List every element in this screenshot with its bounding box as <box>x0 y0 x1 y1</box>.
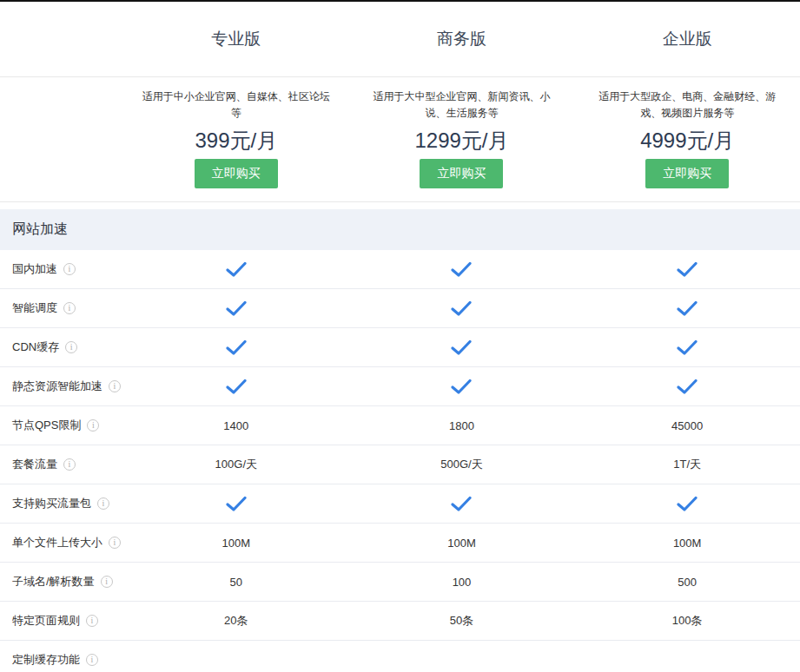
feature-value: 1T/天 <box>574 457 800 472</box>
feature-value: 100M <box>574 537 800 550</box>
info-icon[interactable]: i <box>87 419 99 432</box>
info-icon[interactable]: i <box>63 263 76 275</box>
feature-value <box>123 300 349 317</box>
feature-value <box>349 300 575 317</box>
feature-label: 特定页面规则 <box>12 613 80 629</box>
feature-value <box>574 379 800 395</box>
feature-label-cell: 节点QPS限制 i <box>0 418 123 433</box>
feature-value <box>123 339 349 356</box>
feature-label: 子域名/解析数量 <box>12 574 95 590</box>
feature-value <box>574 496 800 512</box>
plan-description: 适用于中小企业官网、自媒体、社区论坛等 <box>139 89 334 122</box>
section-header-website-acceleration: 网站加速 <box>0 209 800 250</box>
info-icon[interactable]: i <box>86 654 98 666</box>
check-icon <box>226 300 247 317</box>
feature-table: 国内加速 i 智能调度 i <box>0 250 800 672</box>
feature-label-cell: 国内加速 i <box>0 261 123 277</box>
feature-value: 50条 <box>349 613 575 629</box>
feature-row-domestic-acceleration: 国内加速 i <box>0 250 800 289</box>
plan-name-business: 商务版 <box>349 28 575 50</box>
check-icon <box>677 379 698 395</box>
feature-label: 静态资源智能加速 <box>12 379 102 394</box>
info-icon[interactable]: i <box>63 458 76 471</box>
feature-value: 20条 <box>123 613 349 629</box>
feature-label: 套餐流量 <box>12 457 57 472</box>
feature-value: 100M <box>349 537 575 550</box>
feature-value <box>123 496 349 512</box>
feature-label: 单个文件上传大小 <box>12 535 102 550</box>
feature-row-specific-page-rules: 特定页面规则 i 20条 50条 100条 <box>0 602 800 641</box>
plan-offer-business: 适用于大中型企业官网、新闻资讯、小说、生活服务等 1299元/月 立即购买 <box>349 77 575 201</box>
feature-row-smart-scheduling: 智能调度 i <box>0 289 800 328</box>
feature-value: 100G/天 <box>123 457 349 472</box>
feature-row-buy-traffic-pack: 支持购买流量包 i <box>0 484 800 524</box>
feature-row-cdn-cache: CDN缓存 i <box>0 328 800 367</box>
buy-now-button-professional[interactable]: 立即购买 <box>195 159 278 188</box>
feature-label: 定制缓存功能 <box>12 652 80 668</box>
plan-offer-professional: 适用于中小企业官网、自媒体、社区论坛等 399元/月 立即购买 <box>123 77 349 201</box>
feature-row-custom-cache: 定制缓存功能 i <box>0 641 800 672</box>
check-icon <box>226 496 247 512</box>
check-icon <box>451 339 472 356</box>
feature-label: CDN缓存 <box>12 339 59 355</box>
feature-value: 1800 <box>349 419 575 432</box>
feature-value <box>574 261 800 278</box>
plan-price: 1299元/月 <box>414 127 508 155</box>
plan-name-enterprise: 企业版 <box>574 28 800 50</box>
check-icon <box>451 379 472 395</box>
feature-row-node-qps-limit: 节点QPS限制 i 1400 1800 45000 <box>0 406 800 445</box>
feature-value <box>123 379 349 395</box>
check-icon <box>226 261 247 278</box>
plan-description: 适用于大中型企业官网、新闻资讯、小说、生活服务等 <box>365 89 559 122</box>
check-icon <box>451 300 472 317</box>
info-icon[interactable]: i <box>63 302 76 314</box>
feature-label: 节点QPS限制 <box>12 418 81 433</box>
pricing-row: 适用于中小企业官网、自媒体、社区论坛等 399元/月 立即购买 适用于大中型企业… <box>0 77 800 202</box>
plan-price: 399元/月 <box>195 127 277 155</box>
feature-value: 100条 <box>574 613 800 629</box>
feature-row-static-resource-acceleration: 静态资源智能加速 i <box>0 367 800 406</box>
check-icon <box>226 379 247 395</box>
info-icon[interactable]: i <box>86 615 98 627</box>
feature-label-cell: 单个文件上传大小 i <box>0 535 123 550</box>
check-icon <box>677 300 698 317</box>
check-icon <box>677 339 698 356</box>
feature-row-plan-traffic: 套餐流量 i 100G/天 500G/天 1T/天 <box>0 445 800 484</box>
feature-value <box>349 379 575 395</box>
feature-label-cell: 支持购买流量包 i <box>0 496 123 511</box>
feature-label-cell: 套餐流量 i <box>0 457 123 472</box>
feature-value: 100M <box>123 537 349 550</box>
check-icon <box>677 261 698 278</box>
feature-value: 100 <box>349 576 575 589</box>
buy-now-button-business[interactable]: 立即购买 <box>420 159 503 188</box>
section-gap <box>0 202 800 209</box>
feature-value <box>349 261 575 278</box>
section-title: 网站加速 <box>12 221 68 239</box>
feature-value: 50 <box>123 576 349 589</box>
feature-row-subdomain-record-count: 子域名/解析数量 i 50 100 500 <box>0 563 800 602</box>
plan-description: 适用于大型政企、电商、金融财经、游戏、视频图片服务等 <box>590 89 784 122</box>
plan-offer-enterprise: 适用于大型政企、电商、金融财经、游戏、视频图片服务等 4999元/月 立即购买 <box>574 77 800 201</box>
buy-now-button-enterprise[interactable]: 立即购买 <box>645 159 729 188</box>
info-icon[interactable]: i <box>101 576 113 588</box>
feature-value <box>574 339 800 356</box>
check-icon <box>451 261 472 278</box>
info-icon[interactable]: i <box>109 380 121 392</box>
pricing-blank-cell <box>0 77 123 201</box>
check-icon <box>677 496 698 512</box>
feature-value <box>123 261 349 278</box>
feature-value <box>574 300 800 317</box>
plan-price: 4999元/月 <box>640 127 734 155</box>
info-icon[interactable]: i <box>97 497 109 510</box>
plans-header: 专业版 商务版 企业版 <box>0 2 800 77</box>
info-icon[interactable]: i <box>65 341 77 353</box>
feature-value: 500 <box>574 576 800 589</box>
info-icon[interactable]: i <box>109 537 121 549</box>
check-icon <box>226 339 247 356</box>
feature-label-cell: 子域名/解析数量 i <box>0 574 123 590</box>
feature-label-cell: 智能调度 i <box>0 300 123 316</box>
check-icon <box>451 496 472 512</box>
feature-label-cell: 静态资源智能加速 i <box>0 379 123 394</box>
feature-value <box>349 339 575 356</box>
feature-label: 智能调度 <box>12 300 57 316</box>
